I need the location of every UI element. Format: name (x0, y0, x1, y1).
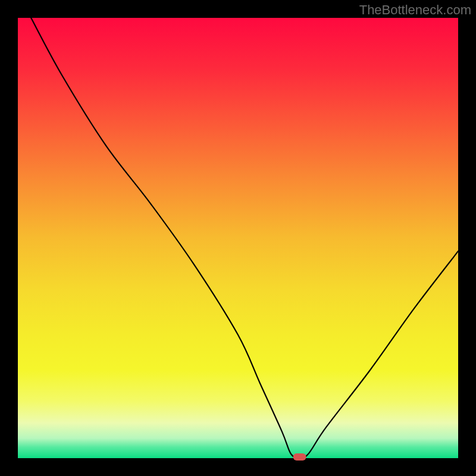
watermark-text: TheBottleneck.com (359, 2, 471, 18)
optimal-point-marker (293, 453, 306, 461)
chart-container: TheBottleneck.com (0, 0, 476, 476)
bottleneck-chart (0, 0, 476, 476)
chart-gradient-bg (18, 18, 458, 458)
